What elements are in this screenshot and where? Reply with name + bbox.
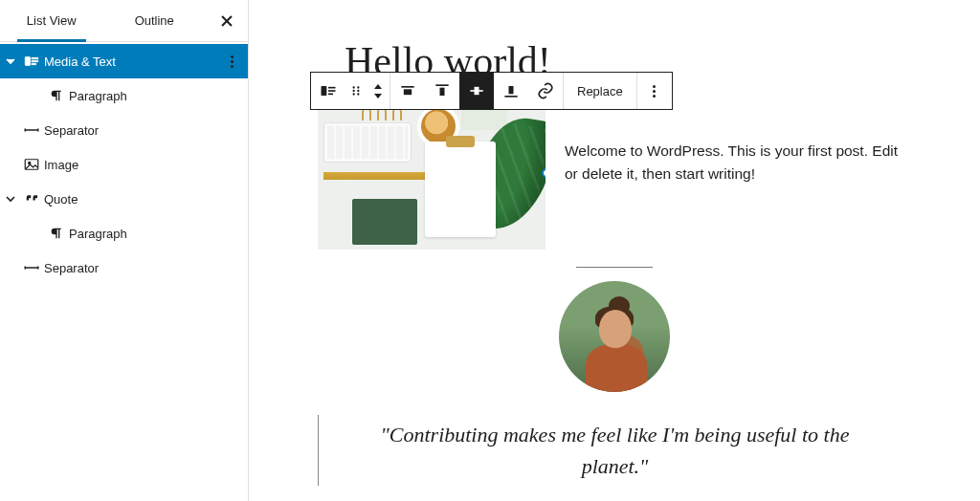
tree-item-label: Quote xyxy=(42,192,248,207)
toolbar-more-options[interactable] xyxy=(637,73,672,109)
media-text-paragraph[interactable]: Welcome to WordPress. This is your first… xyxy=(565,140,902,185)
separator-icon xyxy=(21,259,42,276)
svg-rect-14 xyxy=(328,90,336,92)
list-view-panel: List View Outline Media & Text xyxy=(0,0,249,501)
block-quote[interactable]: "Contributing makes me feel like I'm bei… xyxy=(318,415,911,486)
svg-point-18 xyxy=(353,90,355,92)
block-separator[interactable] xyxy=(576,267,653,268)
paragraph-icon xyxy=(46,226,67,241)
placeholder-image xyxy=(318,92,546,250)
toolbar-valign-bottom[interactable] xyxy=(494,73,528,109)
toolbar-replace[interactable]: Replace xyxy=(564,73,636,109)
block-tree: Media & Text Paragraph Separator xyxy=(0,42,248,285)
media-text-icon xyxy=(21,53,42,70)
tree-item-media-text[interactable]: Media & Text xyxy=(0,44,248,78)
more-icon xyxy=(653,85,656,98)
tree-item-label: Separator xyxy=(42,123,248,138)
chevron-down-icon[interactable] xyxy=(0,55,21,67)
svg-point-16 xyxy=(353,86,355,88)
toolbar-block-type[interactable] xyxy=(311,73,345,109)
tab-list-view[interactable]: List View xyxy=(0,0,103,41)
tree-item-options[interactable] xyxy=(215,55,248,68)
separator-icon xyxy=(21,121,42,139)
tree-item-separator[interactable]: Separator xyxy=(0,113,248,147)
chevron-down-icon[interactable] xyxy=(0,193,21,205)
toolbar-move-up-down[interactable] xyxy=(367,73,390,109)
svg-rect-2 xyxy=(32,60,38,62)
svg-rect-0 xyxy=(25,57,30,66)
toolbar-align-none[interactable] xyxy=(390,73,425,109)
avatar-image xyxy=(559,281,670,392)
block-toolbar: Replace xyxy=(310,72,673,110)
image-icon xyxy=(21,156,42,173)
svg-rect-25 xyxy=(440,88,445,96)
svg-rect-29 xyxy=(509,86,514,94)
chevron-down-icon xyxy=(374,94,382,98)
toolbar-valign-top[interactable] xyxy=(425,73,459,109)
svg-rect-15 xyxy=(328,94,333,96)
tree-item-label: Paragraph xyxy=(67,89,248,103)
tree-item-label: Image xyxy=(42,158,248,172)
paragraph-icon xyxy=(46,88,67,103)
toolbar-link[interactable] xyxy=(528,73,563,109)
media-text-media[interactable] xyxy=(318,92,546,250)
svg-point-20 xyxy=(353,93,355,95)
tree-item-separator[interactable]: Separator xyxy=(0,250,248,285)
svg-rect-23 xyxy=(404,89,412,95)
svg-rect-3 xyxy=(32,63,36,65)
block-image[interactable] xyxy=(318,281,911,392)
svg-rect-1 xyxy=(32,57,38,59)
tree-item-quote[interactable]: Quote xyxy=(0,182,248,216)
close-icon xyxy=(218,12,235,30)
editor-canvas[interactable]: Replace Hello world! xyxy=(249,0,980,501)
tab-outline[interactable]: Outline xyxy=(103,0,207,41)
toolbar-drag-handle[interactable] xyxy=(345,73,367,109)
toolbar-valign-middle[interactable] xyxy=(459,73,494,109)
svg-point-21 xyxy=(357,93,359,95)
tree-item-image[interactable]: Image xyxy=(0,147,248,182)
chevron-up-icon xyxy=(374,84,382,89)
tree-item-paragraph[interactable]: Paragraph xyxy=(0,78,248,113)
svg-rect-27 xyxy=(475,87,479,95)
svg-point-17 xyxy=(357,86,359,88)
tree-item-label: Paragraph xyxy=(67,227,248,241)
tree-item-label: Media & Text xyxy=(42,54,215,69)
svg-rect-12 xyxy=(322,86,327,96)
svg-point-19 xyxy=(357,90,359,92)
tree-item-label: Separator xyxy=(42,261,248,275)
tree-item-paragraph[interactable]: Paragraph xyxy=(0,216,248,250)
quote-icon xyxy=(21,190,42,207)
close-panel-button[interactable] xyxy=(206,0,248,41)
media-text-content[interactable]: Welcome to WordPress. This is your first… xyxy=(546,92,911,250)
svg-rect-13 xyxy=(328,87,336,89)
block-media-text[interactable]: Welcome to WordPress. This is your first… xyxy=(318,92,911,250)
app-root: List View Outline Media & Text xyxy=(0,0,980,501)
sidebar-tabs: List View Outline xyxy=(0,0,248,42)
quote-text[interactable]: "Contributing makes me feel like I'm bei… xyxy=(319,419,911,482)
